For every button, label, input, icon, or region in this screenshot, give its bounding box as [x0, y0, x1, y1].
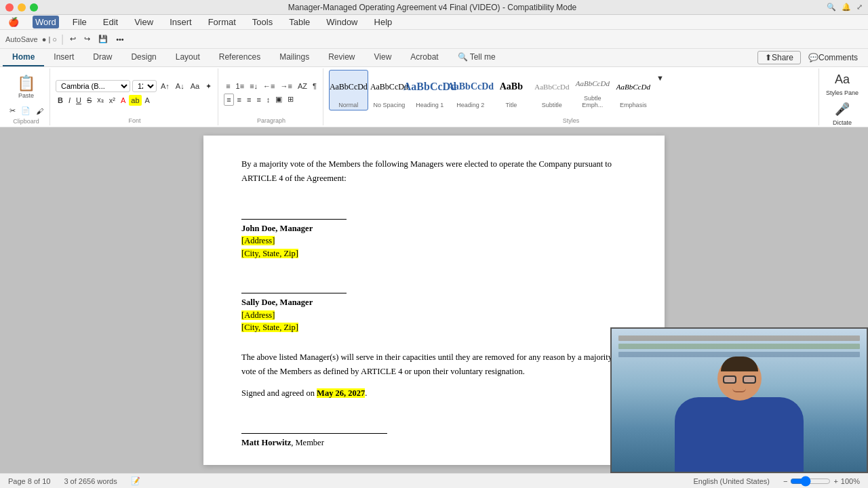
tab-design[interactable]: Design — [121, 49, 165, 66]
subscript-button[interactable]: x₂ — [95, 94, 106, 106]
apple-menu[interactable]: 🍎 — [5, 16, 22, 28]
tab-references[interactable]: References — [210, 49, 270, 66]
search-icon[interactable]: 🔍 — [827, 3, 836, 12]
minimize-button[interactable] — [18, 3, 26, 12]
share-button[interactable]: ⬆ Share — [757, 51, 801, 64]
insert-menu[interactable]: Insert — [167, 16, 195, 28]
title-bar-right: 🔍 🔔 ⤢ — [827, 3, 863, 12]
highlight-button[interactable]: ab — [129, 95, 141, 106]
status-bar: Page 8 of 10 3 of 2656 words 📝 English (… — [0, 473, 868, 488]
more-qa-button[interactable]: ••• — [114, 34, 126, 45]
tools-menu[interactable]: Tools — [250, 16, 275, 28]
window-title: Manager-Managed Operating Agreement v4 F… — [288, 3, 577, 12]
zoom-range[interactable] — [790, 476, 831, 487]
line-spacing-button[interactable]: ↕ — [264, 94, 273, 105]
close-button[interactable] — [5, 3, 14, 12]
comments-button[interactable]: 💬 Comments — [806, 52, 860, 64]
manager1-signature-line — [241, 219, 347, 220]
tab-review[interactable]: Review — [319, 49, 364, 66]
copy-button[interactable]: 📄 — [19, 105, 33, 117]
tab-insert[interactable]: Insert — [44, 49, 83, 66]
styles-group: AaBbCcDd Normal AaBbCcDd No Spacing AaBb… — [325, 68, 817, 125]
tab-mailings[interactable]: Mailings — [270, 49, 319, 66]
sort-button[interactable]: AZ — [296, 81, 309, 92]
undo-button[interactable]: ↩ — [68, 33, 78, 45]
autosave-toggle[interactable]: ● | ○ — [42, 35, 57, 43]
maximize-button[interactable] — [30, 3, 38, 12]
manager1-address: [Address] — [241, 235, 627, 247]
tab-layout[interactable]: Layout — [166, 49, 210, 66]
save-button[interactable]: 💾 — [96, 33, 110, 45]
grow-font-button[interactable]: A↑ — [159, 81, 172, 92]
superscript-button[interactable]: x² — [107, 95, 117, 106]
align-left-button[interactable]: ≡ — [224, 94, 233, 106]
style-title-button[interactable]: AaBb Title — [492, 70, 531, 110]
decrease-indent-button[interactable]: ←≡ — [261, 81, 277, 92]
justify-button[interactable]: ≡ — [254, 94, 262, 105]
style-subtle-emph-button[interactable]: AaBbCcDd Subtle Emph... — [573, 70, 612, 110]
notification-icon[interactable]: 🔔 — [842, 3, 851, 12]
style-heading2-button[interactable]: AaBbCcDd Heading 2 — [451, 70, 490, 110]
clipboard-label: Clipboard — [13, 117, 39, 125]
dictate-button[interactable]: 🎤 Dictate — [822, 100, 863, 127]
ribbon-content: 📋 Paste ✂ 📄 🖌 Clipboard Cambria (B... — [0, 67, 868, 127]
align-right-button[interactable]: ≡ — [245, 94, 253, 105]
increase-indent-button[interactable]: →≡ — [278, 81, 294, 92]
title-bar: Manager-Managed Operating Agreement v4 F… — [0, 0, 868, 15]
track-changes-icon[interactable]: 📝 — [131, 476, 140, 485]
paste-button[interactable]: 📋 Paste — [13, 70, 40, 104]
style-emphasis-button[interactable]: AaBbCcDd Emphasis — [614, 70, 653, 110]
table-menu[interactable]: Table — [286, 16, 313, 28]
video-feed — [612, 329, 867, 472]
share-icon: ⬆ — [765, 53, 772, 62]
cut-button[interactable]: ✂ — [7, 105, 18, 117]
view-menu[interactable]: View — [132, 16, 156, 28]
window-menu[interactable]: Window — [323, 16, 360, 28]
change-case-button[interactable]: Aa — [189, 81, 201, 92]
show-marks-button[interactable]: ¶ — [311, 81, 319, 92]
font-color-button[interactable]: A — [119, 95, 127, 106]
edit-menu[interactable]: Edit — [100, 16, 121, 28]
style-subtitle-button[interactable]: AaBbCcDd Subtitle — [532, 70, 572, 110]
format-menu[interactable]: Format — [205, 16, 239, 28]
font-name-select[interactable]: Cambria (B... — [56, 80, 130, 92]
strikethrough-button[interactable]: S — [85, 95, 94, 106]
multilevel-list-button[interactable]: ≡↓ — [248, 81, 260, 92]
numbering-button[interactable]: 1≡ — [234, 81, 247, 92]
underline-button[interactable]: U — [74, 95, 83, 106]
redo-button[interactable]: ↪ — [82, 33, 92, 45]
zoom-slider[interactable]: − + 100% — [783, 476, 860, 487]
manager2-city: [City, State, Zip] — [241, 321, 627, 334]
help-menu[interactable]: Help — [372, 16, 395, 28]
document-page: By a majority vote of the Members the fo… — [203, 136, 665, 465]
tab-tellme[interactable]: 🔍 Tell me — [448, 49, 505, 66]
page-info: Page 8 of 10 — [8, 477, 50, 485]
file-menu[interactable]: File — [70, 16, 90, 28]
shading-button[interactable]: ▣ — [273, 94, 284, 105]
tab-draw[interactable]: Draw — [83, 49, 121, 66]
font-group: Cambria (B... 12 A↑ A↓ Aa ✦ B I U S x₂ — [52, 68, 218, 125]
tab-view[interactable]: View — [365, 49, 401, 66]
format-painter-button[interactable]: 🖌 — [34, 105, 45, 117]
font-size-select[interactable]: 12 — [132, 80, 157, 92]
fullscreen-icon[interactable]: ⤢ — [856, 3, 863, 12]
text-effects-button[interactable]: A — [143, 95, 152, 106]
word-count: 3 of 2656 words — [64, 477, 117, 485]
tab-acrobat[interactable]: Acrobat — [401, 49, 448, 66]
italic-button[interactable]: I — [66, 95, 73, 106]
bold-button[interactable]: B — [56, 95, 65, 106]
borders-button[interactable]: ⊞ — [285, 94, 296, 105]
clear-format-button[interactable]: ✦ — [203, 81, 214, 92]
manager2-address: [Address] — [241, 309, 627, 322]
style-normal-button[interactable]: AaBbCcDd Normal — [329, 70, 368, 110]
tab-home[interactable]: Home — [3, 49, 44, 66]
shrink-font-button[interactable]: A↓ — [174, 81, 186, 92]
bullets-button[interactable]: ≡ — [224, 81, 232, 92]
manager2-section: Sally Doe, Manager [Address] [City, Stat… — [241, 293, 627, 334]
style-heading1-button[interactable]: AaBbCcDd Heading 1 — [410, 70, 450, 110]
word-menu[interactable]: Word — [33, 16, 59, 28]
align-center-button[interactable]: ≡ — [235, 94, 243, 105]
more-styles-button[interactable]: ▼ — [654, 73, 666, 83]
styles-pane-button[interactable]: Aa Styles Pane — [822, 71, 863, 98]
body-section: The above listed Manager(s) will serve i… — [241, 350, 627, 401]
